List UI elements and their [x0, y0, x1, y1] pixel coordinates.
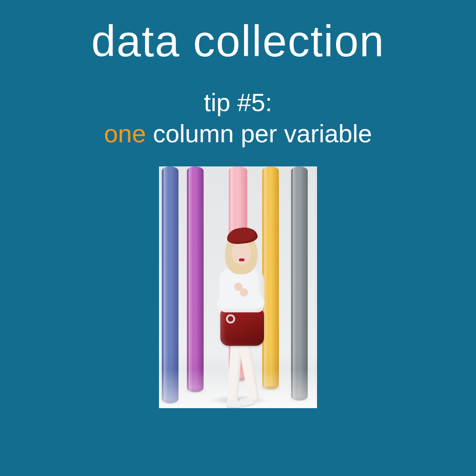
illustration	[159, 166, 317, 408]
hand-right	[234, 283, 243, 291]
person-figure	[204, 228, 273, 404]
main-title: data collection	[0, 19, 476, 65]
subtitle-line2: one column per variable	[0, 118, 476, 150]
face	[231, 242, 251, 265]
lips	[239, 258, 245, 261]
subtitle: tip #5: one column per variable	[0, 87, 476, 150]
subtitle-line1: tip #5:	[0, 87, 476, 119]
subtitle-rest: column per variable	[146, 119, 372, 147]
belt-buckle	[226, 314, 235, 324]
shoe-left	[226, 399, 241, 408]
leg-right	[238, 343, 260, 402]
subtitle-accent-word: one	[104, 119, 146, 147]
skirt	[220, 310, 264, 346]
